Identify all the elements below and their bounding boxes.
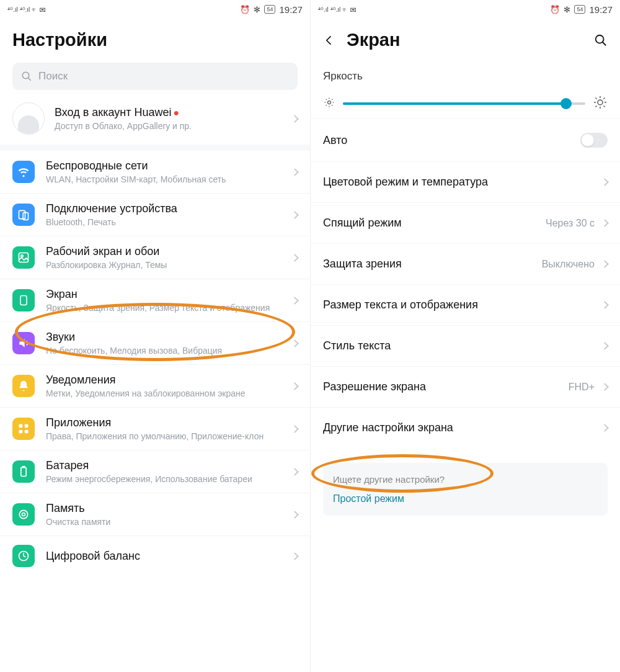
display-screen: ⁴ᴳ.ıl ⁴ᴳ.ıl ᯤ ✉ ⏰ ✻ 54 19:27 Экран Яркос… xyxy=(310,0,620,672)
battery-indicator: 54 xyxy=(574,5,585,14)
bluetooth-icon: ✻ xyxy=(564,5,570,14)
row-home-wallpaper[interactable]: Рабочий экран и обои Разблокировка Журна… xyxy=(0,236,310,279)
svg-line-24 xyxy=(332,105,332,105)
svg-rect-6 xyxy=(20,296,27,305)
row-title: Звуки xyxy=(46,331,281,344)
svg-rect-7 xyxy=(19,424,23,428)
page-title: Экран xyxy=(347,30,401,50)
row-title: Цветовой режим и температура xyxy=(323,176,595,189)
row-value: Выключено xyxy=(542,259,595,270)
row-text-size[interactable]: Размер текста и отображения xyxy=(311,285,620,326)
alarm-icon: ⏰ xyxy=(240,5,250,14)
chevron-right-icon xyxy=(601,383,609,391)
row-memory[interactable]: Память Очистка памяти xyxy=(0,493,310,536)
row-title: Спящий режим xyxy=(323,217,538,230)
row-value: FHD+ xyxy=(569,382,595,393)
row-title: Размер текста и отображения xyxy=(323,298,595,311)
svg-line-25 xyxy=(326,105,327,105)
auto-brightness-toggle[interactable] xyxy=(580,133,608,148)
sun-high-icon xyxy=(593,95,608,112)
row-title: Приложения xyxy=(46,416,281,429)
row-value: Через 30 с xyxy=(546,218,595,229)
chevron-right-icon xyxy=(291,552,299,560)
svg-rect-8 xyxy=(25,424,29,428)
svg-line-33 xyxy=(604,106,605,107)
clock: 19:27 xyxy=(279,4,303,15)
row-subtitle: Разблокировка Журнал, Темы xyxy=(46,260,281,270)
status-bar: ⁴ᴳ.ıl ⁴ᴳ.ıl ᯤ ✉ ⏰ ✻ 54 19:27 xyxy=(311,0,620,19)
chevron-right-icon xyxy=(601,342,609,350)
clock: 19:27 xyxy=(589,4,613,15)
chevron-right-icon xyxy=(291,211,299,219)
svg-rect-9 xyxy=(19,430,23,434)
row-display[interactable]: Экран Яркость, Защита зрения, Размер тек… xyxy=(0,279,310,322)
chevron-right-icon xyxy=(291,425,299,433)
avatar xyxy=(12,102,45,135)
sun-low-icon xyxy=(323,96,335,111)
search-button[interactable] xyxy=(594,34,608,47)
wifi-icon xyxy=(12,161,35,183)
svg-point-0 xyxy=(22,72,29,79)
back-button[interactable] xyxy=(323,34,335,47)
row-subtitle: Права, Приложения по умолчанию, Приложен… xyxy=(46,431,281,441)
brightness-slider[interactable] xyxy=(343,102,585,105)
balance-icon xyxy=(12,545,35,567)
brightness-slider-row xyxy=(311,86,620,119)
status-bar: ⁴ᴳ.ıl ⁴ᴳ.ıl ᯤ ✉ ⏰ ✻ 54 19:27 xyxy=(0,0,310,19)
row-sounds[interactable]: Звуки Не беспокоить, Мелодия вызова, Виб… xyxy=(0,322,310,365)
svg-line-35 xyxy=(604,98,605,99)
row-apps[interactable]: Приложения Права, Приложения по умолчани… xyxy=(0,408,310,450)
footer-question: Ищете другие настройки? xyxy=(333,474,598,485)
svg-point-16 xyxy=(596,35,604,43)
row-device-connection[interactable]: Подключение устройства Bluetooth, Печать xyxy=(0,194,310,236)
search-icon xyxy=(21,71,32,82)
row-title: Экран xyxy=(46,288,281,301)
brightness-section-title: Яркость xyxy=(311,59,620,86)
row-eye-comfort[interactable]: Защита зрения Выключено xyxy=(311,244,620,285)
row-subtitle: Bluetooth, Печать xyxy=(46,217,281,227)
svg-rect-12 xyxy=(22,467,24,468)
memory-icon xyxy=(12,503,35,526)
row-title: Стиль текста xyxy=(323,339,595,352)
search-input[interactable]: Поиск xyxy=(12,63,298,90)
svg-point-18 xyxy=(328,101,331,104)
row-subtitle: Режим энергосбережения, Использование ба… xyxy=(46,474,281,484)
row-more-display-settings[interactable]: Другие настройки экрана xyxy=(311,408,620,448)
row-title: Разрешение экрана xyxy=(323,380,561,393)
row-title: Подключение устройства xyxy=(46,202,281,215)
row-resolution[interactable]: Разрешение экрана FHD+ xyxy=(311,367,620,408)
device-icon xyxy=(12,204,35,226)
chevron-right-icon xyxy=(291,297,299,305)
row-wireless[interactable]: Беспроводные сети WLAN, Настройки SIM-ка… xyxy=(0,151,310,194)
wallpaper-icon xyxy=(12,246,35,269)
battery-icon xyxy=(12,460,35,483)
row-sleep[interactable]: Спящий режим Через 30 с xyxy=(311,203,620,244)
sound-icon xyxy=(12,332,35,354)
row-digital-balance[interactable]: Цифровой баланс xyxy=(0,536,310,576)
chevron-right-icon xyxy=(601,301,609,309)
row-battery[interactable]: Батарея Режим энергосбережения, Использо… xyxy=(0,450,310,493)
row-subtitle: Метки, Уведомления на заблокированном эк… xyxy=(46,388,281,398)
row-color-mode[interactable]: Цветовой режим и температура xyxy=(311,162,620,203)
svg-line-34 xyxy=(596,106,597,107)
page-title: Настройки xyxy=(12,30,107,50)
svg-rect-10 xyxy=(25,430,29,434)
screen-icon xyxy=(12,289,35,311)
signal-icons: ⁴ᴳ.ıl ⁴ᴳ.ıl ᯤ ✉ xyxy=(7,6,46,13)
simple-mode-link[interactable]: Простой режим xyxy=(333,493,598,504)
section-separator xyxy=(0,145,310,151)
chevron-right-icon xyxy=(601,219,609,227)
svg-point-14 xyxy=(22,513,25,516)
row-title: Другие настройки экрана xyxy=(323,421,595,434)
row-subtitle: WLAN, Настройки SIM-карт, Мобильная сеть xyxy=(46,174,281,184)
svg-rect-4 xyxy=(19,253,29,262)
chevron-right-icon xyxy=(601,178,609,186)
svg-line-1 xyxy=(28,78,31,81)
huawei-account-row[interactable]: Вход в аккаунт Huawei● Доступ в Облако, … xyxy=(0,96,310,145)
alarm-icon: ⏰ xyxy=(550,5,560,14)
row-notifications[interactable]: Уведомления Метки, Уведомления на заблок… xyxy=(0,365,310,408)
battery-indicator: 54 xyxy=(264,5,275,14)
chevron-right-icon xyxy=(291,254,299,262)
chevron-right-icon xyxy=(601,424,609,432)
row-text-style[interactable]: Стиль текста xyxy=(311,326,620,367)
